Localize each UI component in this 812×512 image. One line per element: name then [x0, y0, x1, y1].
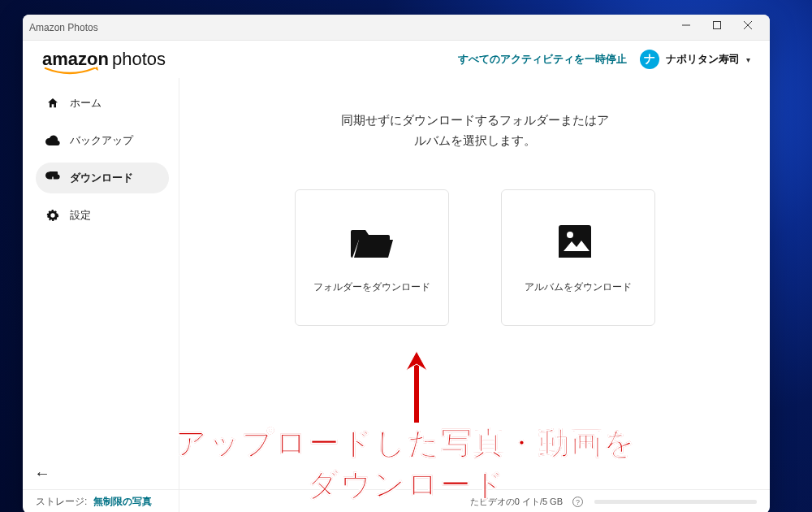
app-header: amazon photos すべてのアクティビティを一時停止 ナ ナポリタン寿司…: [23, 41, 770, 78]
amazon-smile-icon: [44, 67, 101, 76]
download-album-card[interactable]: アルバムをダウンロード: [501, 189, 655, 326]
app-window: Amazon Photos amazon photos: [23, 15, 770, 512]
titlebar: Amazon Photos: [23, 15, 770, 41]
card-label: アルバムをダウンロード: [525, 280, 632, 294]
help-icon[interactable]: ?: [572, 497, 583, 507]
gear-icon: [45, 208, 60, 223]
sidebar-item-backup[interactable]: バックアップ: [36, 125, 169, 156]
sidebar-item-download[interactable]: ダウンロード: [36, 163, 169, 193]
sidebar-item-home[interactable]: ホーム: [36, 88, 169, 119]
user-avatar: ナ: [640, 50, 659, 69]
sidebar-item-label: ダウンロード: [70, 171, 133, 185]
instruction-text: 同期せずにダウンロードするフォルダーまたはア ルバムを選択します。: [341, 111, 609, 150]
svg-point-6: [567, 232, 573, 238]
storage-value: 無制限の写真: [93, 495, 152, 509]
pause-all-link[interactable]: すべてのアクティビティを一時停止: [458, 52, 627, 67]
card-label: フォルダーをダウンロード: [313, 280, 430, 294]
download-folder-card[interactable]: フォルダーをダウンロード: [295, 189, 449, 326]
sidebar-item-label: バックアップ: [70, 133, 133, 148]
album-icon: [555, 222, 601, 261]
storage-label: ストレージ:: [36, 495, 87, 509]
home-icon: [45, 96, 60, 111]
app-logo: amazon photos: [42, 49, 166, 70]
back-button[interactable]: ←: [34, 464, 50, 483]
sidebar-item-settings[interactable]: 設定: [36, 200, 169, 231]
user-menu[interactable]: ナ ナポリタン寿司 ▾: [640, 50, 750, 69]
status-bar: ストレージ: 無制限の写真 たビデオの0 イト/5 GB ?: [23, 489, 770, 512]
user-name: ナポリタン寿司: [666, 52, 740, 67]
video-usage-text: たビデオの0 イト/5 GB: [470, 496, 563, 508]
download-cloud-icon: [45, 171, 60, 185]
annotation-arrow-icon: [404, 351, 429, 423]
svg-rect-5: [559, 253, 591, 258]
close-button[interactable]: [732, 15, 763, 38]
main-content: 同期せずにダウンロードするフォルダーまたはア ルバムを選択します。 フォルダーを…: [179, 78, 770, 512]
window-title: Amazon Photos: [29, 22, 671, 33]
cloud-icon: [45, 133, 60, 148]
folder-open-icon: [349, 222, 395, 261]
sidebar: ホーム バックアップ ダウンロード 設定 ←: [23, 78, 179, 512]
chevron-down-icon: ▾: [746, 55, 750, 64]
minimize-button[interactable]: [671, 15, 702, 38]
video-usage-bar: [594, 500, 757, 504]
svg-rect-1: [714, 21, 721, 28]
maximize-button[interactable]: [702, 15, 732, 38]
sidebar-item-label: 設定: [70, 208, 91, 223]
sidebar-item-label: ホーム: [70, 96, 102, 111]
logo-product: photos: [112, 49, 166, 70]
